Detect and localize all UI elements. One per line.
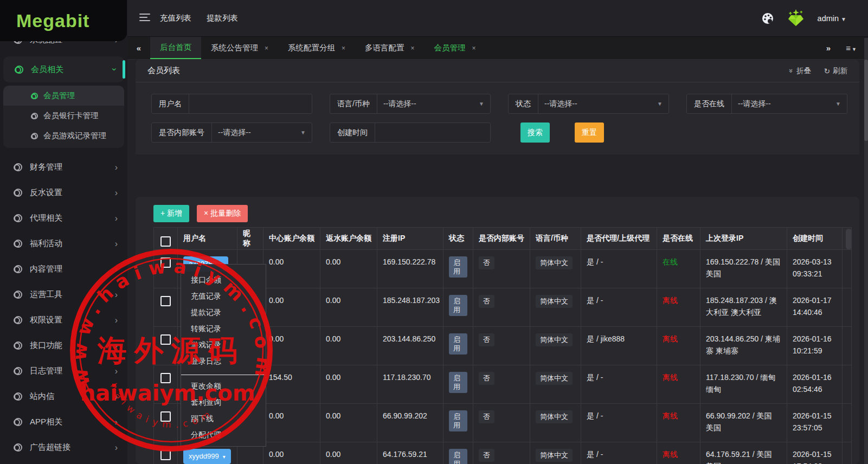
created-time-input[interactable] [375,123,490,142]
filter-username: 用户名 [151,94,312,114]
circle-icon [14,163,22,171]
row-checkbox[interactable] [160,257,171,268]
close-icon[interactable]: × [472,44,476,52]
menu-item[interactable]: 登录日志 [181,353,266,369]
scrollbar-pill[interactable] [846,229,852,249]
tab[interactable]: 多语言配置 × [355,37,425,59]
sidebar-item[interactable]: 反水设置 › [0,180,127,205]
menu-item[interactable]: 接口余额 [181,272,266,288]
close-icon[interactable]: × [265,44,268,52]
internal-badge: 否 [479,372,494,385]
col-username: 用户名 [178,228,237,250]
center-balance-cell: 0.00 [263,250,320,288]
nav-withdraw-list[interactable]: 提款列表 [207,13,238,23]
language-select[interactable]: --请选择--▼ [377,94,490,113]
sidebar-item[interactable]: 接口功能 › [0,333,127,358]
menu-item[interactable]: 转账记录 [181,320,266,337]
filter-label: 语言/币种 [330,94,377,113]
tabbar-right: » ≡▼ [819,37,868,59]
sidebar-item[interactable]: 权限设置 › [0,307,127,333]
sidebar-subitem[interactable]: 会员银行卡管理 [3,106,124,126]
register-ip-cell: 64.176.59.21 [377,442,443,464]
row-checkbox[interactable] [160,334,171,345]
rebate-balance-cell: 0.00 [320,250,377,288]
tab-label: 系统公告管理 [211,43,258,53]
chevron-right-icon: › [115,163,118,172]
row-checkbox[interactable] [160,411,171,422]
filter-label: 是否在线 [687,94,732,113]
reset-button[interactable]: 重置 [575,123,604,143]
menu-item[interactable]: 分配代理 [181,427,266,443]
menu-item[interactable]: 踢下线 [181,410,266,427]
sidebar-item-label: 会员相关 [31,65,63,75]
internal-select[interactable]: --请选择--▼ [212,123,312,142]
gem-icon[interactable] [785,8,807,29]
scroll-tabs-left-button[interactable]: « [127,37,150,59]
register-ip-cell: 66.90.99.202 [377,404,443,442]
circle-icon [31,113,38,119]
row-checkbox[interactable] [160,373,171,383]
scroll-tabs-right-button[interactable]: » [819,43,838,53]
tab[interactable]: 会员管理 × [425,37,486,59]
menu-item[interactable]: 提款记录 [181,304,266,320]
logo[interactable]: Megabit [0,0,127,41]
last-login-ip-cell: 169.150.222.78 / 美国 美国 [700,250,787,288]
sidebar-subitem[interactable]: 会员游戏记录管理 [3,126,124,146]
refresh-button[interactable]: ↻刷新 [824,66,847,76]
user-menu[interactable]: admin▼ [818,14,846,23]
close-icon[interactable]: × [411,44,415,52]
sidebar-item[interactable]: 福利活动 › [0,231,127,256]
row-checkbox[interactable] [160,296,171,306]
tab-options-button[interactable]: ≡▼ [842,43,860,53]
vertical-scrollbar[interactable] [864,38,868,464]
circle-icon [14,341,22,350]
tab[interactable]: 系统公告管理 × [201,37,278,59]
menu-item[interactable]: 更改余额 [181,378,266,394]
sidebar-item[interactable]: 内容管理 › [0,256,127,282]
palette-icon[interactable] [761,12,774,25]
rebate-balance-cell: 0.00 [320,288,377,327]
member-table-card: + 新增 × 批量删除 用户名 昵称 [136,197,859,464]
created-cell: 2026-03-13 09:33:21 [787,250,843,288]
select-all-checkbox[interactable] [160,236,171,247]
chevron-right-icon: › [115,418,118,427]
sidebar-item[interactable]: 日志管理 › [0,358,127,384]
last-login-ip-cell: 203.144.86.250 / 柬埔寨 柬埔寨 [700,327,787,365]
nav-recharge-list[interactable]: 充值列表 [160,13,191,23]
sidebar-item[interactable]: 广告超链接 › [0,435,127,460]
col-created: 创建时间 [787,228,843,250]
tab[interactable]: 后台首页 × [150,37,201,59]
menu-item[interactable]: 游戏记录 [181,337,266,353]
col-nickname: 昵称 [237,228,263,250]
language-badge: 简体中文 [536,333,573,346]
sidebar: 系统配置 › 会员相关 › 会员管理 会员银行卡管理 [0,0,127,464]
search-button[interactable]: 搜索 [520,123,550,143]
scrollbar-thumb[interactable] [864,60,868,141]
menu-item[interactable]: 套利查询 [181,394,266,410]
row-checkbox[interactable] [160,450,171,460]
tab[interactable]: 系统配置分组 × [278,37,355,59]
menu-item[interactable]: 充值记录 [181,288,266,304]
sidebar-item-member-related[interactable]: 会员相关 › [3,56,124,82]
sidebar-item[interactable]: 财务管理 › [0,154,127,180]
online-status: 在线 [663,257,678,266]
sidebar-item-label: 接口功能 [30,340,62,351]
collapse-button[interactable]: »折叠 [789,66,811,76]
sidebar-item[interactable]: 代理相关 › [0,205,127,231]
sidebar-item[interactable]: 运营工具 › [0,282,127,307]
username-input[interactable] [189,94,312,113]
batch-delete-button[interactable]: × 批量删除 [197,205,248,222]
username-button[interactable]: xyydd999 [183,449,231,464]
hamburger-icon[interactable] [139,14,150,23]
online-select[interactable]: --请选择--▼ [732,94,847,113]
col-status: 状态 [443,228,473,250]
add-button[interactable]: + 新增 [153,205,189,222]
sidebar-item[interactable]: APP相关 › [0,409,127,435]
filler-cell [843,327,852,365]
sidebar-subitem[interactable]: 会员管理 [3,86,124,106]
status-badge: 启用 [449,410,467,431]
sidebar-item[interactable]: 站内信 › [0,384,127,409]
close-icon[interactable]: × [342,44,345,52]
language-badge: 简体中文 [536,256,573,269]
status-select[interactable]: --请选择--▼ [538,94,668,113]
